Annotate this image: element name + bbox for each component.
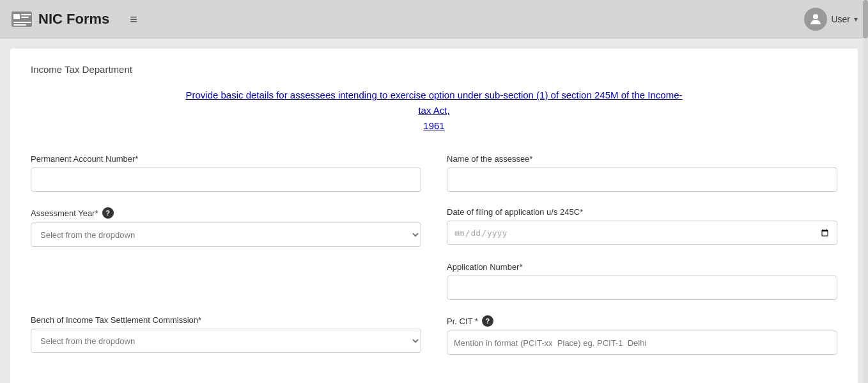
user-label: User	[831, 14, 850, 24]
navbar: NIC Forms ≡ User ▾	[0, 0, 868, 38]
assessment-year-select[interactable]: Select from the dropdown	[31, 223, 421, 247]
svg-rect-2	[21, 14, 31, 15]
svg-rect-5	[13, 24, 26, 26]
bench-label: Bench of Income Tax Settlement Commissio…	[31, 315, 421, 325]
pan-label: Permanent Account Number*	[31, 154, 421, 164]
main-container: Income Tax Department Provide basic deta…	[0, 38, 868, 383]
user-menu[interactable]: User ▾	[804, 8, 858, 31]
form-row-4: Bench of Income Tax Settlement Commissio…	[31, 315, 837, 355]
pr-cit-input[interactable]	[447, 331, 837, 355]
name-group: Name of the assessee*	[447, 154, 837, 192]
app-title: NIC Forms	[38, 11, 109, 27]
svg-point-6	[813, 14, 818, 19]
app-brand[interactable]: NIC Forms	[10, 8, 109, 31]
application-number-group: Application Number*	[447, 262, 837, 300]
name-input[interactable]	[447, 168, 837, 192]
pr-cit-help-icon[interactable]: ?	[482, 315, 493, 327]
bench-select[interactable]: Select from the dropdown	[31, 329, 421, 353]
assessment-year-label: Assessment Year* ?	[31, 207, 421, 219]
scrollbar-track	[863, 0, 868, 383]
assessment-year-help-icon[interactable]: ?	[102, 207, 114, 219]
date-filing-input[interactable]	[447, 221, 837, 245]
spacer-group	[31, 262, 421, 300]
date-filing-label: Date of filing of application u/s 245C*	[447, 207, 837, 217]
application-number-input[interactable]	[447, 276, 837, 300]
name-label: Name of the assessee*	[447, 154, 837, 164]
user-chevron-icon: ▾	[854, 15, 858, 24]
application-number-label: Application Number*	[447, 262, 837, 272]
form-card: Income Tax Department Provide basic deta…	[10, 49, 858, 383]
department-label: Income Tax Department	[31, 64, 837, 75]
pan-group: Permanent Account Number*	[31, 154, 421, 192]
form-row-3: Application Number*	[31, 262, 837, 300]
menu-toggle-button[interactable]: ≡	[130, 13, 137, 26]
form-row-2: Assessment Year* ? Select from the dropd…	[31, 207, 837, 247]
pan-input[interactable]	[31, 168, 421, 192]
app-logo-icon	[10, 8, 33, 31]
user-avatar	[804, 8, 827, 31]
form-title: Provide basic details for assessees inte…	[185, 88, 683, 134]
pr-cit-group: Pr. CIT * ?	[447, 315, 837, 355]
svg-rect-3	[21, 17, 29, 18]
svg-rect-1	[13, 14, 20, 19]
form-row-1: Permanent Account Number* Name of the as…	[31, 154, 837, 192]
bench-group: Bench of Income Tax Settlement Commissio…	[31, 315, 421, 355]
svg-rect-4	[13, 22, 31, 23]
pr-cit-label: Pr. CIT * ?	[447, 315, 837, 327]
assessment-year-group: Assessment Year* ? Select from the dropd…	[31, 207, 421, 247]
date-filing-group: Date of filing of application u/s 245C*	[447, 207, 837, 247]
scrollbar-thumb[interactable]	[863, 0, 868, 38]
